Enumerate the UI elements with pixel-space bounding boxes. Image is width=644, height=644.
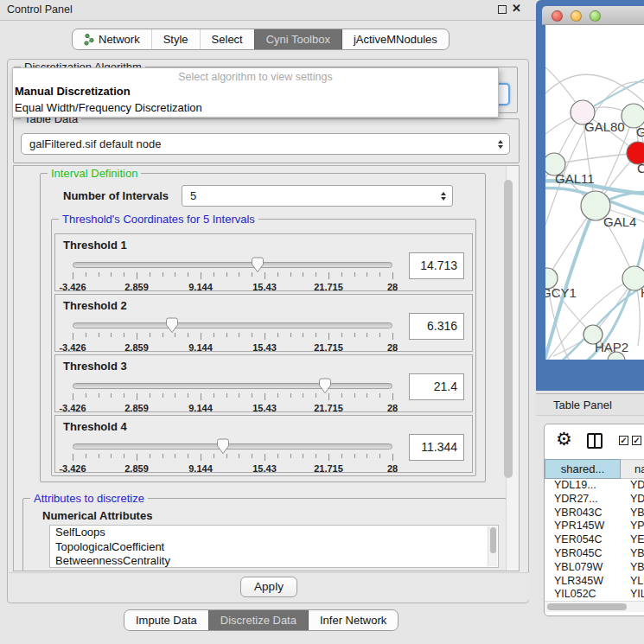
- threshold-1-panel: Threshold 1 -3.4262.8599.14415.4321.7152…: [54, 233, 473, 291]
- cell-shared-name[interactable]: YDR27...: [545, 493, 621, 507]
- combo-arrows-icon: [498, 140, 503, 149]
- tab-cyni-toolbox[interactable]: Cyni Toolbox: [254, 29, 341, 49]
- slider-track[interactable]: [73, 443, 392, 450]
- settings-vertical-scrollbar[interactable]: [506, 166, 519, 571]
- tab-impute-data[interactable]: Impute Data: [124, 610, 208, 630]
- control-panel-tabs: Network Style Select Cyni Toolbox jActiv…: [72, 29, 450, 50]
- threshold-3-slider[interactable]: -3.4262.8599.14415.4321.71528: [73, 379, 392, 411]
- cell-name[interactable]: YBR0: [621, 507, 644, 520]
- tab-network[interactable]: Network: [73, 29, 151, 49]
- attribute-item-topologicalcoefficient[interactable]: TopologicalCoefficient: [50, 540, 498, 555]
- slider-thumb[interactable]: [216, 438, 229, 455]
- attributes-scrollbar[interactable]: [488, 526, 497, 566]
- checkbox-icon-2[interactable]: ✓: [632, 436, 641, 445]
- tab-style[interactable]: Style: [151, 29, 200, 49]
- network-window-titlebar[interactable]: [542, 6, 644, 25]
- scale-label: 28: [387, 282, 398, 292]
- threshold-2-slider[interactable]: -3.4262.8599.14415.4321.71528: [73, 319, 392, 350]
- cell-name[interactable]: YBR0: [621, 547, 644, 561]
- network-canvas[interactable]: GAL80GACGAL11GAL4GCY1HHAP2: [545, 25, 644, 360]
- cell-name[interactable]: YDL1: [621, 479, 644, 493]
- threshold-3-value-field[interactable]: 21.4: [409, 373, 464, 400]
- cell-shared-name[interactable]: YIL052C: [545, 588, 621, 601]
- tab-cyni-toolbox-label: Cyni Toolbox: [266, 33, 330, 46]
- table-row[interactable]: YBR045CYBR0: [545, 547, 644, 561]
- tab-infer-network[interactable]: Infer Network: [308, 610, 398, 630]
- tab-select[interactable]: Select: [200, 29, 254, 49]
- cell-shared-name[interactable]: YER054C: [545, 533, 621, 547]
- table-row[interactable]: YIL052CYIL0: [545, 588, 644, 601]
- apply-button[interactable]: Apply: [240, 577, 297, 597]
- control-panel-title: Control Panel: [7, 3, 73, 16]
- close-traffic-light[interactable]: [552, 10, 563, 22]
- threshold-2-value-field[interactable]: 6.316: [409, 313, 464, 340]
- slider-track[interactable]: [73, 322, 392, 328]
- cell-name[interactable]: YBL0: [621, 561, 644, 575]
- scale-label: -3.426: [59, 282, 86, 292]
- algorithm-option-manual[interactable]: Manual Discretization: [13, 83, 498, 99]
- minimize-traffic-light[interactable]: [571, 10, 582, 22]
- network-graph: GAL80GACGAL11GAL4GCY1HHAP2: [545, 25, 644, 360]
- slider-scale-labels: -3.4262.8599.14415.4321.71528: [73, 463, 392, 474]
- spinner-arrows-icon: [441, 192, 446, 201]
- threshold-2-panel: Threshold 2 -3.4262.8599.14415.4321.7152…: [54, 294, 473, 352]
- attribute-item-selfloops[interactable]: SelfLoops: [50, 526, 498, 540]
- slider-thumb[interactable]: [251, 257, 264, 273]
- cell-name[interactable]: YER0: [621, 533, 644, 547]
- network-edge[interactable]: [554, 153, 638, 164]
- slider-thumb[interactable]: [319, 378, 332, 394]
- checkbox-icon-1[interactable]: ✓: [619, 436, 628, 445]
- scale-label: 9.144: [188, 282, 213, 292]
- network-node-label: GCY1: [545, 285, 577, 300]
- scale-label: 2.859: [124, 282, 149, 292]
- attribute-item-betweennesscentrality[interactable]: BetweennessCentrality: [50, 554, 498, 568]
- node-table-card: ⚙ ✓ ✓ shared... na YDL19...YDL1YDR27...Y…: [544, 424, 644, 616]
- cell-shared-name[interactable]: YBR045C: [545, 547, 621, 561]
- float-panel-icon[interactable]: [498, 5, 507, 14]
- algorithm-option-equal-width[interactable]: Equal Width/Frequency Discretization: [13, 99, 498, 116]
- close-icon[interactable]: ✕: [512, 2, 521, 15]
- cell-name[interactable]: YLR3: [621, 575, 644, 589]
- cell-shared-name[interactable]: YDL19...: [545, 479, 621, 493]
- threshold-4-slider[interactable]: -3.4262.8599.14415.4321.71528: [73, 440, 392, 471]
- slider-track[interactable]: [73, 383, 392, 389]
- scale-label: -3.426: [59, 463, 86, 474]
- column-layout-icon[interactable]: [587, 433, 603, 449]
- table-data-combobox[interactable]: galFiltered.sif default node: [21, 133, 510, 155]
- slider-track[interactable]: [73, 262, 392, 268]
- tab-discretize-data[interactable]: Discretize Data: [208, 610, 308, 630]
- scale-label: 21.715: [314, 463, 343, 474]
- table-row[interactable]: YER054CYER0: [545, 533, 644, 547]
- column-header-shared[interactable]: shared...: [545, 459, 621, 479]
- gear-icon[interactable]: ⚙: [556, 429, 572, 450]
- table-horizontal-scrollbar[interactable]: [545, 601, 644, 612]
- slider-thumb[interactable]: [165, 317, 178, 334]
- zoom-traffic-light[interactable]: [590, 10, 601, 22]
- cell-shared-name[interactable]: YBL079W: [545, 561, 621, 575]
- cell-shared-name[interactable]: YPR145W: [545, 520, 621, 533]
- table-row[interactable]: YBR043CYBR0: [545, 507, 644, 520]
- table-row[interactable]: YDL19...YDL1: [545, 479, 644, 493]
- scale-label: 2.859: [124, 463, 149, 474]
- cell-shared-name[interactable]: YBR043C: [545, 507, 621, 520]
- tab-jactivemnodules[interactable]: jActiveMNodules: [341, 29, 449, 49]
- cell-name[interactable]: YPR1: [621, 520, 644, 533]
- scale-label: 9.144: [188, 403, 213, 413]
- threshold-1-slider[interactable]: -3.4262.8599.14415.4321.71528: [73, 258, 392, 290]
- table-row[interactable]: YDR27...YDR2: [545, 493, 644, 507]
- cell-name[interactable]: YDR2: [621, 493, 644, 507]
- tab-style-label: Style: [163, 33, 188, 46]
- threshold-4-value-field[interactable]: 11.344: [409, 434, 464, 461]
- table-row[interactable]: YLR345WYLR3: [545, 575, 644, 589]
- network-view-window[interactable]: GAL80GACGAL11GAL4GCY1HHAP2: [536, 0, 644, 391]
- number-of-intervals-spinner[interactable]: 5: [182, 185, 453, 207]
- cell-name[interactable]: YIL0: [621, 588, 644, 601]
- table-row[interactable]: YPR145WYPR1: [545, 520, 644, 533]
- cell-shared-name[interactable]: YLR345W: [545, 575, 621, 589]
- network-node-label: GAL11: [555, 171, 595, 186]
- table-row[interactable]: YBL079WYBL0: [545, 561, 644, 575]
- scale-label: -3.426: [59, 342, 86, 353]
- network-edge[interactable]: [545, 74, 644, 102]
- column-header-name[interactable]: na: [621, 459, 644, 479]
- threshold-1-value-field[interactable]: 14.713: [409, 252, 464, 279]
